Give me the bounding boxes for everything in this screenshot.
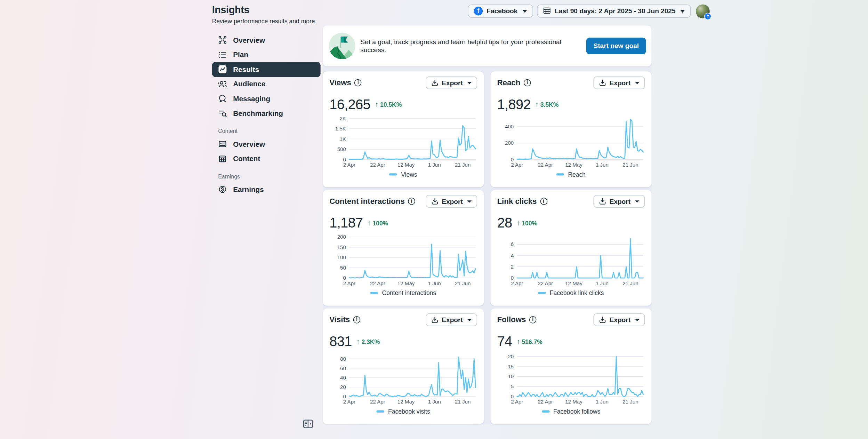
metric-title: Reach [497,78,520,87]
profile-avatar[interactable]: f [696,5,710,18]
sidebar-item-benchmarking[interactable]: Benchmarking [212,106,321,121]
legend-label: Facebook link clicks [550,290,604,296]
svg-text:1 Jun: 1 Jun [428,162,441,168]
sidebar-item-label: Plan [233,50,248,59]
sidebar-item-audience[interactable]: Audience [212,77,321,91]
svg-text:2: 2 [511,264,514,270]
svg-text:0: 0 [511,157,514,162]
info-icon[interactable]: i [529,316,537,323]
svg-text:200: 200 [337,234,346,240]
sidebar-item-content-overview[interactable]: Overview [212,137,321,151]
header-controls: f Facebook Last 90 days: 2 Apr 2025 - 30… [468,5,710,18]
svg-text:12 May: 12 May [397,399,415,405]
card-header: Link clicks i Export [497,195,645,208]
download-icon [599,316,606,324]
download-icon [599,198,606,205]
platform-selector[interactable]: f Facebook [468,5,533,18]
metric-delta: ↑ 516.7% [516,337,542,345]
svg-text:1 Jun: 1 Jun [428,280,441,286]
svg-text:4: 4 [511,253,514,258]
table-icon [218,154,227,163]
collapse-sidebar-button[interactable] [303,418,313,429]
chevron-down-icon [467,319,472,321]
metric-delta-value: 3.5K% [540,101,559,108]
sidebar-item-label: Audience [233,80,265,88]
results-icon [218,65,227,74]
svg-text:1K: 1K [339,136,346,142]
sidebar-item-messaging[interactable]: Messaging [212,91,321,106]
main-content: Set a goal, track progress and learn hel… [323,25,652,424]
card-header: Visits i Export [329,313,477,326]
card-header: Content interactions i Export [329,195,477,208]
goal-flag-illustration [329,33,355,59]
info-icon[interactable]: i [353,316,361,323]
svg-text:0: 0 [343,393,346,399]
start-new-goal-button[interactable]: Start new goal [586,38,646,54]
legend-swatch [556,173,564,175]
date-range-selector[interactable]: Last 90 days: 2 Apr 2025 - 30 Jun 2025 [537,5,691,18]
calendar-grid-icon [543,6,551,16]
export-button[interactable]: Export [593,195,645,208]
metric-card-reach: Reach i Export 1,892 ↑ 3.5K% 02004002 Ap… [490,71,651,187]
export-label: Export [442,197,463,205]
sidebar-item-content[interactable]: Content [212,151,321,166]
chevron-down-icon [523,10,527,13]
overview-icon [218,35,227,44]
sidebar-item-overview[interactable]: Overview [212,33,321,47]
svg-text:5: 5 [511,383,514,389]
metric-delta: ↑ 2.3K% [356,337,380,345]
up-arrow-icon: ↑ [516,337,520,345]
export-label: Export [610,197,631,205]
sidebar-item-results[interactable]: Results [212,62,321,77]
svg-text:22 Apr: 22 Apr [370,399,385,405]
metric-card-visits: Visits i Export 831 ↑ 2.3K% 0204060802 A… [323,309,484,424]
export-button[interactable]: Export [426,195,477,208]
svg-text:12 May: 12 May [397,162,415,168]
svg-text:22 Apr: 22 Apr [370,162,385,168]
svg-text:21 Jun: 21 Jun [622,399,638,405]
svg-text:0: 0 [343,157,346,162]
legend-label: Facebook follows [553,408,600,415]
metric-card-views: Views i Export 16,265 ↑ 10.5K% 05001K1.5… [323,71,484,187]
svg-text:12 May: 12 May [565,280,582,286]
benchmarking-icon [218,109,227,118]
chart-legend: Facebook link clicks [497,290,645,296]
svg-text:2 Apr: 2 Apr [511,280,523,286]
metric-value: 1,187 [329,215,363,231]
up-arrow-icon: ↑ [356,337,360,345]
svg-text:80: 80 [340,356,346,362]
export-button[interactable]: Export [426,77,477,89]
info-icon[interactable]: i [354,79,362,86]
audience-icon [218,80,227,88]
export-label: Export [610,316,631,324]
download-icon [431,79,439,87]
legend-swatch [538,292,546,294]
metric-value: 28 [497,215,512,231]
platform-label: Facebook [487,7,517,15]
svg-text:100: 100 [337,254,346,260]
export-button[interactable]: Export [426,313,477,326]
svg-text:1.5K: 1.5K [335,126,346,131]
svg-text:2K: 2K [339,115,346,121]
metric-value: 1,892 [497,96,530,112]
legend-swatch [542,410,549,413]
sidebar-item-earnings[interactable]: Earnings [212,182,321,197]
legend-label: Reach [568,171,586,178]
svg-text:0: 0 [343,275,346,281]
plan-icon [218,50,227,59]
metric-delta-value: 100% [372,220,388,226]
sidebar-item-plan[interactable]: Plan [212,47,321,62]
collapse-sidebar-icon [303,418,313,429]
info-icon[interactable]: i [524,79,531,86]
export-button[interactable]: Export [593,313,645,326]
metric-delta-value: 100% [522,220,537,226]
legend-swatch [370,292,378,294]
svg-text:1 Jun: 1 Jun [596,162,609,168]
info-icon[interactable]: i [408,197,415,205]
dollar-icon [218,185,227,194]
svg-text:12 May: 12 May [565,162,582,168]
sidebar-item-label: Messaging [233,95,270,103]
export-button[interactable]: Export [593,77,645,89]
info-icon[interactable]: i [540,197,547,205]
up-arrow-icon: ↑ [516,219,520,227]
